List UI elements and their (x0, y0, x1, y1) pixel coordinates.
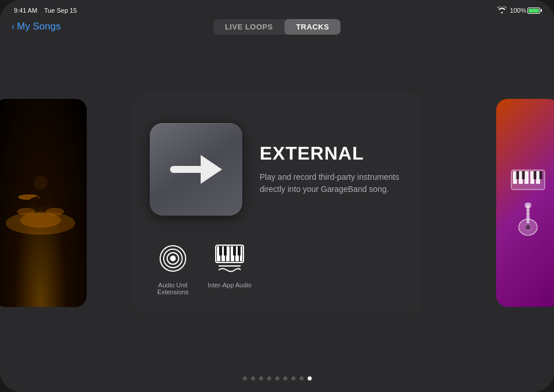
page-dot-2[interactable] (251, 376, 255, 380)
battery-container: 100% (510, 7, 540, 14)
top-nav: ‹ My Songs LIVE LOOPS TRACKS (0, 19, 554, 37)
back-label: My Songs (17, 21, 61, 32)
guitar-icon (515, 202, 541, 236)
svg-rect-29 (516, 171, 519, 179)
drums-silhouette-svg (3, 165, 78, 241)
svg-point-3 (20, 213, 61, 227)
segment-live-loops[interactable]: LIVE LOOPS (213, 19, 285, 35)
svg-rect-19 (224, 246, 227, 256)
svg-point-1 (34, 176, 47, 190)
inter-app-icon (211, 240, 248, 277)
inter-app-audio-option[interactable]: Inter-App Audio (208, 240, 252, 289)
piano-guitar-icons (511, 169, 545, 236)
card-description: Play and record third-party instruments … (260, 171, 404, 195)
battery-percent: 100% (510, 7, 526, 14)
inter-app-label: Inter-App Audio (208, 282, 252, 289)
main-content: EXTERNAL Play and record third-party ins… (0, 37, 554, 368)
audio-unit-extensions-option[interactable]: Audio Unit Extensions (150, 240, 196, 295)
svg-rect-20 (233, 246, 236, 256)
back-button[interactable]: ‹ My Songs (12, 21, 61, 32)
page-dot-4[interactable] (267, 376, 271, 380)
status-time: 9:41 AM (14, 7, 37, 14)
page-dot-6[interactable] (283, 376, 287, 380)
page-dot-5[interactable] (275, 376, 279, 380)
external-card[interactable]: EXTERNAL Play and record third-party ins… (132, 93, 422, 313)
card-bottom-section: Audio Unit Extensions (150, 228, 404, 295)
drums-scene (0, 99, 87, 307)
inter-app-svg-icon (214, 243, 245, 274)
page-dot-7[interactable] (291, 376, 296, 380)
arrow-icon-container (150, 123, 242, 216)
svg-point-5 (46, 208, 64, 215)
status-date: Tue Sep 15 (44, 7, 76, 14)
drums-card[interactable] (0, 99, 87, 307)
svg-rect-30 (522, 171, 525, 179)
wifi-icon (497, 6, 507, 15)
back-chevron-icon: ‹ (12, 21, 14, 32)
svg-point-34 (525, 224, 531, 230)
svg-rect-31 (534, 171, 537, 179)
piano-keys-icon (511, 169, 545, 190)
keyboard-guitar-card[interactable] (496, 99, 554, 307)
segment-tracks[interactable]: TRACKS (285, 19, 341, 35)
status-bar: 9:41 AM Tue Sep 15 100% (0, 0, 554, 19)
svg-marker-10 (201, 155, 222, 184)
svg-rect-26 (525, 171, 529, 184)
svg-rect-9 (170, 166, 206, 173)
svg-rect-18 (219, 246, 222, 256)
svg-rect-32 (540, 171, 542, 179)
page-dots (0, 368, 554, 392)
svg-point-4 (17, 208, 35, 215)
card-top-section: EXTERNAL Play and record third-party ins… (150, 110, 404, 228)
page-dot-3[interactable] (259, 376, 263, 380)
wave-rings-icon (158, 244, 187, 273)
page-dot-9-active[interactable] (308, 376, 312, 380)
card-text-section: EXTERNAL Play and record third-party ins… (260, 143, 404, 195)
ipad-frame: 9:41 AM Tue Sep 15 100% ‹ M (0, 0, 554, 392)
card-title: EXTERNAL (260, 143, 404, 164)
segment-control: LIVE LOOPS TRACKS (213, 19, 341, 35)
arrow-icon (167, 146, 225, 193)
audio-unit-label: Audio Unit Extensions (150, 282, 196, 295)
battery-icon (527, 8, 540, 14)
page-dot-1[interactable] (243, 376, 247, 380)
svg-rect-21 (238, 246, 241, 256)
audio-unit-icon (154, 240, 191, 277)
status-right: 100% (497, 6, 540, 15)
page-dot-8[interactable] (300, 376, 304, 380)
status-time-date: 9:41 AM Tue Sep 15 (14, 7, 77, 14)
